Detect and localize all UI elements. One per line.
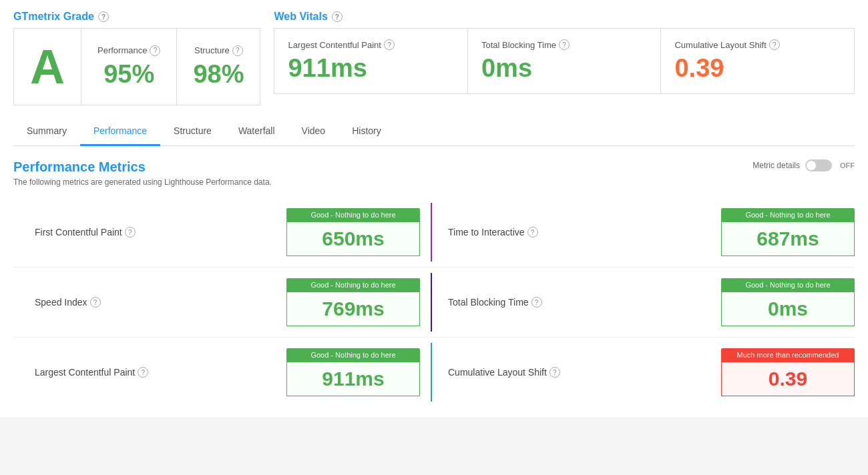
tti-value-box: Good - Nothing to do here 687ms bbox=[721, 208, 855, 256]
performance-value: 95% bbox=[103, 60, 154, 89]
si-value: 769ms bbox=[286, 292, 420, 326]
cls-help-icon[interactable]: ? bbox=[769, 39, 780, 50]
structure-value: 98% bbox=[193, 60, 244, 89]
tbt-metric: Total Blocking Time ? Good - Nothing to … bbox=[443, 268, 855, 337]
toggle-knob bbox=[807, 161, 816, 170]
performance-section: Performance Metrics The following metric… bbox=[13, 159, 855, 407]
cls-perf-value-box: Much more than recommended 0.39 bbox=[721, 348, 855, 396]
si-value-box: Good - Nothing to do here 769ms bbox=[286, 278, 420, 326]
tbt-value: 0ms bbox=[721, 292, 855, 326]
tab-summary[interactable]: Summary bbox=[13, 117, 80, 146]
metrics-pair-1: First Contentful Paint ? Good - Nothing … bbox=[13, 197, 855, 268]
tbt-name: Total Blocking Time ? bbox=[448, 297, 713, 308]
si-badge: Good - Nothing to do here bbox=[286, 278, 420, 292]
performance-section-desc: The following metrics are generated usin… bbox=[13, 177, 272, 187]
fcp-metric: First Contentful Paint ? Good - Nothing … bbox=[13, 197, 420, 267]
tti-name: Time to Interactive ? bbox=[448, 227, 713, 238]
lcp-perf-help-icon[interactable]: ? bbox=[138, 367, 148, 378]
si-metric: Speed Index ? Good - Nothing to do here … bbox=[13, 268, 420, 337]
cls-perf-name: Cumulative Layout Shift ? bbox=[448, 367, 713, 378]
metrics-wrapper: First Contentful Paint ? Good - Nothing … bbox=[13, 197, 855, 407]
tab-video[interactable]: Video bbox=[288, 117, 339, 146]
tti-value: 687ms bbox=[721, 221, 855, 256]
row2-divider bbox=[431, 273, 432, 332]
cls-value: 0.39 bbox=[674, 54, 841, 83]
tbt-value-box: Good - Nothing to do here 0ms bbox=[721, 278, 855, 326]
fcp-name: First Contentful Paint ? bbox=[35, 227, 278, 238]
tab-performance[interactable]: Performance bbox=[80, 117, 160, 146]
metrics-pair-3: Largest Contentful Paint ? Good - Nothin… bbox=[13, 338, 855, 407]
web-vital-tbt: Total Blocking Time ? 0ms bbox=[468, 29, 662, 93]
tti-help-icon[interactable]: ? bbox=[527, 227, 538, 238]
metrics-pair-2: Speed Index ? Good - Nothing to do here … bbox=[13, 268, 855, 338]
tab-waterfall[interactable]: Waterfall bbox=[225, 117, 288, 146]
lcp-value: 911ms bbox=[288, 54, 454, 83]
grade-letter: A bbox=[14, 29, 81, 105]
cls-perf-metric: Cumulative Layout Shift ? Much more than… bbox=[443, 338, 855, 407]
performance-section-title: Performance Metrics bbox=[13, 159, 272, 175]
fcp-value-box: Good - Nothing to do here 650ms bbox=[286, 208, 420, 256]
lcp-perf-metric: Largest Contentful Paint ? Good - Nothin… bbox=[13, 338, 420, 407]
tbt-help-icon[interactable]: ? bbox=[559, 39, 570, 50]
tbt-label: Total Blocking Time ? bbox=[481, 39, 648, 50]
structure-label: Structure ? bbox=[194, 45, 243, 56]
lcp-perf-value-box: Good - Nothing to do here 911ms bbox=[286, 348, 420, 396]
gtmetrix-grade-section: GTmetrix Grade ? A Performance ? 95% bbox=[13, 11, 260, 105]
si-help-icon[interactable]: ? bbox=[90, 297, 101, 308]
cls-label: Cumulative Layout Shift ? bbox=[674, 39, 841, 50]
tabs-container: Summary Performance Structure Waterfall … bbox=[13, 117, 855, 146]
metric-details-toggle[interactable]: Metric details OFF bbox=[752, 159, 855, 171]
web-vital-lcp: Largest Contentful Paint ? 911ms bbox=[274, 29, 468, 93]
web-vitals-section: Web Vitals ? Largest Contentful Paint ? … bbox=[274, 11, 855, 105]
web-vitals-help-icon[interactable]: ? bbox=[332, 11, 343, 22]
cls-perf-value: 0.39 bbox=[721, 362, 855, 396]
toggle-switch[interactable] bbox=[805, 159, 832, 171]
web-vital-cls: Cumulative Layout Shift ? 0.39 bbox=[661, 29, 854, 93]
fcp-badge: Good - Nothing to do here bbox=[286, 208, 420, 221]
structure-metric: Structure ? 98% bbox=[177, 29, 260, 105]
tti-metric: Time to Interactive ? Good - Nothing to … bbox=[443, 197, 855, 267]
tab-structure[interactable]: Structure bbox=[160, 117, 225, 146]
si-name: Speed Index ? bbox=[35, 297, 278, 308]
cls-perf-help-icon[interactable]: ? bbox=[550, 367, 560, 378]
tbt-value: 0ms bbox=[481, 54, 648, 83]
tbt-badge: Good - Nothing to do here bbox=[721, 278, 855, 292]
web-vitals-title: Web Vitals ? bbox=[274, 11, 855, 23]
fcp-help-icon[interactable]: ? bbox=[125, 227, 136, 238]
lcp-label: Largest Contentful Paint ? bbox=[288, 39, 454, 50]
performance-label: Performance ? bbox=[97, 45, 160, 56]
grade-card: A Performance ? 95% Structure ? bbox=[13, 28, 260, 105]
web-vitals-card: Largest Contentful Paint ? 911ms Total B… bbox=[274, 28, 855, 94]
performance-metric: Performance ? 95% bbox=[81, 29, 177, 105]
lcp-perf-name: Largest Contentful Paint ? bbox=[35, 367, 278, 378]
row3-divider bbox=[431, 343, 432, 402]
structure-help-icon[interactable]: ? bbox=[232, 45, 243, 56]
lcp-perf-badge: Good - Nothing to do here bbox=[286, 348, 420, 362]
lcp-help-icon[interactable]: ? bbox=[384, 39, 395, 50]
grade-help-icon[interactable]: ? bbox=[98, 11, 109, 22]
lcp-perf-value: 911ms bbox=[286, 362, 420, 396]
grade-metrics: Performance ? 95% Structure ? 98% bbox=[81, 29, 260, 105]
tti-badge: Good - Nothing to do here bbox=[721, 208, 855, 221]
fcp-value: 650ms bbox=[286, 221, 420, 256]
gtmetrix-grade-title: GTmetrix Grade ? bbox=[13, 11, 260, 23]
tab-history[interactable]: History bbox=[339, 117, 395, 146]
row1-divider bbox=[431, 203, 432, 262]
cls-perf-badge: Much more than recommended bbox=[721, 348, 855, 362]
tbt-perf-help-icon[interactable]: ? bbox=[531, 297, 542, 308]
performance-help-icon[interactable]: ? bbox=[150, 45, 160, 56]
